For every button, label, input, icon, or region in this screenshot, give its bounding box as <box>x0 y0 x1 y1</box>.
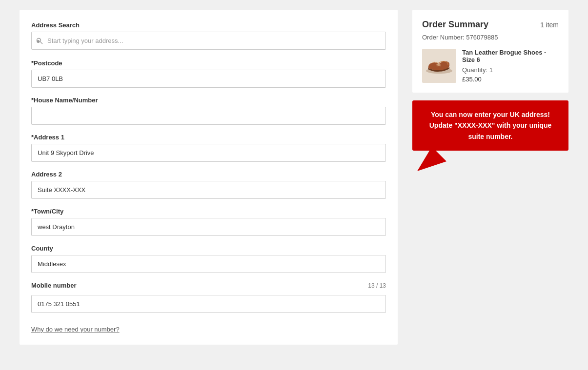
address-search-wrapper: ● <box>31 32 386 50</box>
product-details: Tan Leather Brogue Shoes - Size 6 Quanti… <box>462 49 559 83</box>
address2-group: Address 2 <box>31 171 386 199</box>
product-price: £35.00 <box>462 76 559 83</box>
order-number-label: Order Number: <box>422 34 465 41</box>
order-summary-header: Order Summary 1 item <box>422 19 559 30</box>
county-label: County <box>31 245 386 252</box>
order-summary-title: Order Summary <box>422 19 488 30</box>
svg-marker-3 <box>417 147 446 171</box>
mobile-label: Mobile number <box>31 282 76 289</box>
town-group: *Town/City <box>31 208 386 236</box>
address2-label: Address 2 <box>31 171 386 178</box>
town-input[interactable] <box>31 218 386 236</box>
order-number-value: 576079885 <box>466 34 498 41</box>
address-form-panel: Address Search ● *Postcode *House Name/N… <box>20 10 398 345</box>
svg-line-1 <box>41 42 42 44</box>
postcode-group: *Postcode <box>31 59 386 88</box>
product-image <box>422 49 456 83</box>
product-name: Tan Leather Brogue Shoes - Size 6 <box>462 49 559 63</box>
address1-group: *Address 1 <box>31 134 386 162</box>
address-search-group: Address Search ● <box>31 21 386 50</box>
callout-arrow <box>417 147 476 175</box>
address-search-label: Address Search <box>31 21 386 29</box>
order-summary-box: Order Summary 1 item Order Number: 57607… <box>412 10 568 93</box>
why-link[interactable]: Why do we need your number? <box>31 326 120 333</box>
product-row: Tan Leather Brogue Shoes - Size 6 Quanti… <box>422 49 559 83</box>
callout-line3: suite number. <box>468 133 512 140</box>
callout-container: You can now enter your UK address! Updat… <box>412 100 568 151</box>
postcode-input[interactable] <box>31 70 386 88</box>
postcode-label: *Postcode <box>31 59 386 67</box>
address1-input[interactable] <box>31 144 386 162</box>
county-group: County <box>31 245 386 273</box>
qty-value: 1 <box>489 66 493 74</box>
qty-label: Quantity: <box>462 66 487 74</box>
mobile-row: Mobile number 13 / 13 <box>31 282 386 289</box>
order-number: Order Number: 576079885 <box>422 34 559 41</box>
order-summary-panel: Order Summary 1 item Order Number: 57607… <box>412 10 568 345</box>
house-label: *House Name/Number <box>31 97 386 104</box>
product-qty: Quantity: 1 <box>462 66 559 74</box>
shoe-icon <box>425 55 454 77</box>
town-label: *Town/City <box>31 208 386 215</box>
address-search-input[interactable] <box>31 32 386 50</box>
char-count: 13 / 13 <box>368 282 386 289</box>
callout-line2: Update "XXXX-XXX" with your unique <box>429 121 552 129</box>
callout-line1: You can now enter your UK address! <box>431 111 550 118</box>
svg-point-0 <box>37 38 41 42</box>
house-group: *House Name/Number <box>31 97 386 125</box>
mobile-input[interactable] <box>31 295 386 313</box>
search-icon-svg <box>36 38 43 44</box>
mobile-group: Mobile number 13 / 13 <box>31 282 386 313</box>
arrow-svg <box>417 147 476 174</box>
address1-label: *Address 1 <box>31 134 386 141</box>
callout-box: You can now enter your UK address! Updat… <box>412 100 568 151</box>
order-item-count: 1 item <box>540 21 559 29</box>
county-input[interactable] <box>31 255 386 273</box>
address2-input[interactable] <box>31 181 386 199</box>
house-input[interactable] <box>31 107 386 125</box>
